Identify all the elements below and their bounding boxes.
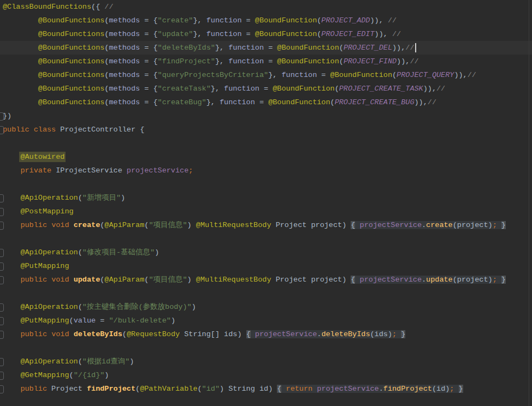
code-token: { [246,330,251,338]
code-token: function [281,71,317,79]
code-token: = [317,71,330,79]
code-token: ; [493,276,497,284]
code-line-8[interactable]: @BoundFunctions(methods = {"createBug"},… [0,95,532,109]
code-token: public [20,330,47,338]
fold-marker[interactable] [0,262,4,271]
fold-marker[interactable] [0,126,4,134]
code-token: @PutMapping [20,262,69,270]
code-token: ( [69,371,74,379]
code-token: // [405,44,414,52]
code-token: @BoundFunctions [38,98,105,106]
code-token: "项目信息" [149,221,187,229]
code-token [355,276,359,284]
code-token: . [379,385,383,393]
code-token: )), [415,98,428,106]
code-line-10[interactable]: public class ProjectController { [0,123,532,136]
code-token: = { [140,85,157,93]
code-line-2[interactable]: @BoundFunctions(methods = {"create"}, fu… [0,14,532,27]
code-line-22[interactable] [0,286,532,300]
code-editor: @ClassBoundFunctions({ // @BoundFunction… [0,0,532,406]
code-token: void [51,221,69,229]
code-line-19[interactable]: @ApiOperation("修改项目-基础信息") [0,246,532,259]
code-line-7[interactable]: @BoundFunctions(methods = {"createTask"}… [0,82,532,95]
code-token: = { [140,98,157,106]
code-token: ) [187,276,196,284]
code-token: = [264,57,277,65]
code-line-4[interactable]: @BoundFunctions(methods = {"deleteByIds"… [0,41,532,55]
code-token [3,98,38,106]
code-token [69,221,74,229]
code-line-14[interactable] [0,177,532,191]
code-line-23[interactable]: @ApiOperation("按主键集合删除(参数放body)") [0,300,532,314]
code-token: ) [187,221,196,229]
fold-marker[interactable] [0,372,4,380]
code-line-16[interactable]: @PostMapping [0,205,532,218]
code-line-11[interactable] [0,136,532,150]
code-token: findProject [87,385,135,393]
code-token: return [286,385,313,393]
code-token: . [422,221,426,229]
code-line-5[interactable]: @BoundFunctions(methods = {"findProject"… [0,55,532,68]
fold-marker[interactable] [0,112,4,121]
code-area[interactable]: @ClassBoundFunctions({ // @BoundFunction… [0,0,532,406]
code-line-15[interactable]: @ApiOperation("新增项目") [0,191,532,205]
code-line-18[interactable] [0,232,532,246]
code-token [3,30,38,38]
code-token: @BoundFunctions [38,85,105,93]
code-line-20[interactable]: @PutMapping [0,259,532,273]
fold-marker[interactable] [0,222,4,230]
code-token: "findProject" [158,57,215,65]
code-line-27[interactable]: @ApiOperation("根据id查询") [0,355,532,368]
code-token: )), [454,71,467,79]
code-token: @BoundFunction [255,30,317,38]
code-token: Project project) [271,276,351,284]
code-token [454,385,458,393]
code-line-30[interactable] [0,396,532,406]
code-token: = { [140,57,157,65]
code-token: @PutMapping [20,317,69,325]
code-line-29[interactable]: public Project findProject(@PathVariable… [0,382,532,396]
code-line-21[interactable]: public void update(@ApiParam("项目信息") @Mu… [0,273,532,286]
code-token: @ApiOperation [20,357,78,366]
code-token: methods [109,30,140,38]
code-token: )), [423,85,436,93]
code-line-28[interactable]: @GetMapping("/{id}") [0,368,532,382]
fold-marker[interactable] [0,385,4,393]
fold-marker[interactable] [0,331,4,339]
code-line-13[interactable]: private IProjectService projectService; [0,164,532,177]
fold-marker[interactable] [0,208,4,216]
right-margin-guide [529,0,529,406]
fold-marker[interactable] [0,276,4,284]
fold-marker[interactable] [0,303,4,312]
code-token: )), [375,30,392,38]
code-token: projectService [255,330,317,338]
code-token: = [242,16,255,25]
code-token: public [20,385,47,393]
code-token: ( [198,385,202,393]
code-line-26[interactable] [0,341,532,355]
code-token: "新增项目" [82,194,121,202]
code-token: PROJECT_QUERY [397,71,454,79]
code-token: create [74,221,101,229]
code-token: @PathVariable [140,385,197,393]
code-line-3[interactable]: @BoundFunctions(methods = {"update"}, fu… [0,27,532,41]
code-line-9[interactable]: }) [0,109,532,123]
fold-marker[interactable] [0,249,4,257]
code-line-25[interactable]: public void deleteByIds(@RequestBody Str… [0,327,532,341]
fold-marker[interactable] [0,194,4,202]
code-token: @RequestBody [127,330,180,338]
code-line-12[interactable]: @Autowired [0,150,532,164]
code-token [3,330,20,338]
code-token: ) String id) [220,385,277,393]
code-token [3,16,38,25]
code-token: // [428,98,436,106]
fold-marker[interactable] [0,358,4,366]
code-token: } [401,330,405,338]
code-line-24[interactable]: @PutMapping(value = "/bulk-delete") [0,314,532,327]
code-line-6[interactable]: @BoundFunctions(methods = {"queryProject… [0,68,532,82]
code-line-1[interactable]: @ClassBoundFunctions({ // [0,0,532,14]
code-token: "create" [158,16,193,25]
code-line-17[interactable]: public void create(@ApiParam("项目信息") @Mu… [0,218,532,232]
code-token [69,276,74,284]
fold-marker[interactable] [0,317,4,325]
